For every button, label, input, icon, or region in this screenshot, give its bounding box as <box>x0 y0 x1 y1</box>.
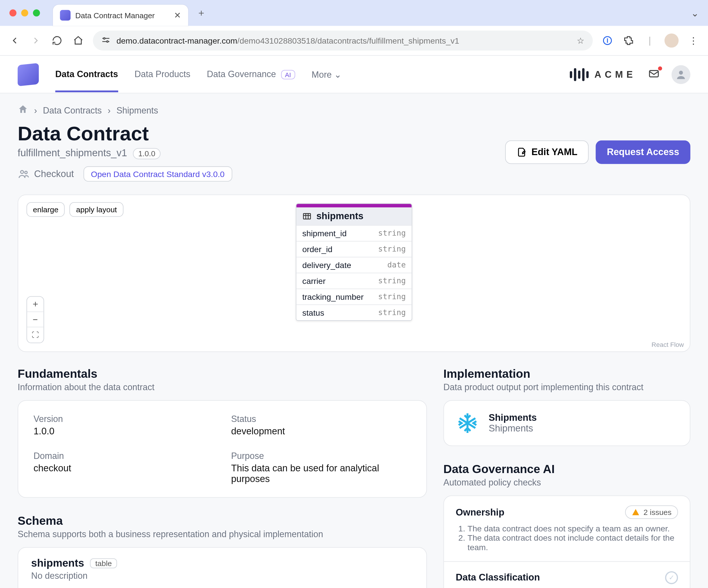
request-access-button[interactable]: Request Access <box>596 140 690 163</box>
enlarge-button[interactable]: enlarge <box>27 202 65 217</box>
nav-data-contracts[interactable]: Data Contracts <box>55 57 118 92</box>
schema-table-name: shipments <box>31 557 84 569</box>
fit-view-button[interactable]: ⛶ <box>27 327 43 342</box>
brand-text: ACME <box>594 69 636 80</box>
window-controls[interactable] <box>9 9 40 17</box>
inbox-button[interactable] <box>647 67 661 82</box>
field-name: carrier <box>302 276 326 286</box>
entity-accent <box>296 204 412 207</box>
contract-identifier: fulfillment_shipments_v1 <box>18 148 127 159</box>
governance-item[interactable]: Data Classification✓The data contract co… <box>444 561 690 588</box>
schema-table-desc: No description <box>18 571 426 588</box>
field-type: date <box>387 260 406 270</box>
button-label: Request Access <box>607 147 679 157</box>
close-tab-icon[interactable]: ✕ <box>174 11 181 20</box>
schema-sub: Schema supports both a business represen… <box>18 529 427 539</box>
entity-field-row: carrierstring <box>296 273 412 288</box>
svg-point-0 <box>104 37 105 39</box>
implementation-card[interactable]: Shipments Shipments <box>443 400 690 446</box>
minimize-window-icon[interactable] <box>21 9 28 17</box>
fundamentals-sub: Information about the data contract <box>18 382 427 392</box>
implementation-title: Implementation <box>443 367 690 381</box>
schema-title: Schema <box>18 514 427 528</box>
diagram-attribution: React Flow <box>652 341 684 348</box>
governance-item[interactable]: Ownership2 issuesThe data contract does … <box>444 496 690 561</box>
zoom-out-button[interactable]: − <box>27 312 43 328</box>
entity-field-row: delivery_datedate <box>296 257 412 273</box>
nav-data-governance[interactable]: Data Governance AI <box>207 57 295 92</box>
schema-table-kind: table <box>90 558 117 568</box>
back-button[interactable] <box>8 34 21 47</box>
status-value: development <box>231 426 411 437</box>
field-type: string <box>378 245 406 254</box>
nav-label: More <box>312 69 332 80</box>
svg-point-5 <box>21 171 23 173</box>
nav-data-products[interactable]: Data Products <box>135 57 190 92</box>
chevron-down-icon: ⌄ <box>334 69 342 80</box>
extension-1password-icon[interactable] <box>601 34 614 47</box>
field-name: shipment_id <box>302 229 347 238</box>
entity-field-row: order_idstring <box>296 241 412 257</box>
version-value: 1.0.0 <box>33 426 213 437</box>
extensions-icon[interactable] <box>622 34 635 47</box>
kebab-menu-icon[interactable]: ⋮ <box>687 34 700 47</box>
maximize-window-icon[interactable] <box>33 9 40 17</box>
svg-point-4 <box>679 70 683 74</box>
entity-field-row: statusstring <box>296 304 412 320</box>
page-title: Data Contract <box>18 122 232 145</box>
home-icon[interactable] <box>18 104 28 116</box>
implementation-sub: Data product output port implementing th… <box>443 382 690 392</box>
profile-avatar[interactable] <box>665 33 679 48</box>
bookmark-icon[interactable]: ☆ <box>577 36 584 45</box>
governance-title: Data Governance AI <box>443 462 690 476</box>
forward-button[interactable] <box>29 34 42 47</box>
notification-dot-icon <box>658 66 662 70</box>
edit-yaml-button[interactable]: Edit YAML <box>505 140 588 163</box>
breadcrumb: › Data Contracts › Shipments <box>18 104 690 116</box>
field-type: string <box>378 276 406 286</box>
breadcrumb-current[interactable]: Shipments <box>116 105 158 115</box>
url-host: demo.datacontract-manager.com <box>116 36 237 45</box>
apply-layout-button[interactable]: apply layout <box>70 202 123 217</box>
url-path: /demo431028803518/datacontracts/fulfillm… <box>237 36 459 45</box>
close-window-icon[interactable] <box>9 9 17 17</box>
chevron-right-icon: › <box>34 105 37 115</box>
issues-badge: 2 issues <box>625 505 678 519</box>
schema-diagram[interactable]: enlarge apply layout ＋ − ⛶ React Flow sh… <box>18 195 690 352</box>
home-button[interactable] <box>72 34 85 47</box>
svg-point-6 <box>25 171 27 174</box>
standard-tag[interactable]: Open Data Contract Standard v3.0.0 <box>83 166 232 182</box>
address-bar[interactable]: demo.datacontract-manager.com/demo431028… <box>93 31 593 51</box>
svg-rect-7 <box>303 213 311 219</box>
implementation-sub2: Shipments <box>489 423 537 434</box>
field-type: string <box>378 229 406 238</box>
field-name: order_id <box>302 245 333 254</box>
schema-card: shipments table No description shipment_… <box>18 547 427 588</box>
entity-card[interactable]: shipments shipment_idstringorder_idstrin… <box>296 203 412 321</box>
field-type: string <box>378 308 406 317</box>
zoom-in-button[interactable]: ＋ <box>27 297 43 312</box>
nav-label: Data Governance <box>207 68 276 79</box>
new-tab-button[interactable]: ＋ <box>193 5 209 21</box>
app-header: Data Contracts Data Products Data Govern… <box>0 56 708 93</box>
app-logo-icon[interactable] <box>18 63 39 86</box>
site-settings-icon[interactable] <box>101 35 111 46</box>
issues-list: The data contract does not specify a tea… <box>456 524 678 552</box>
document-edit-icon <box>516 147 527 157</box>
purpose-label: Purpose <box>231 451 411 461</box>
divider: | <box>643 34 656 47</box>
breadcrumb-link[interactable]: Data Contracts <box>43 105 102 115</box>
team-tag[interactable]: Checkout <box>18 168 74 180</box>
tabs-dropdown-icon[interactable]: ⌄ <box>691 7 699 19</box>
zoom-controls: ＋ − ⛶ <box>27 296 44 343</box>
users-icon <box>18 168 29 180</box>
user-menu[interactable] <box>672 65 690 84</box>
nav-more[interactable]: More ⌄ <box>312 69 342 80</box>
chevron-right-icon: › <box>108 105 110 115</box>
governance-item-title: Data Classification <box>456 572 540 583</box>
svg-point-1 <box>107 40 108 42</box>
reload-button[interactable] <box>51 34 64 47</box>
browser-chrome: Data Contract Manager ✕ ＋ ⌄ demo.datacon… <box>0 0 708 56</box>
browser-tab[interactable]: Data Contract Manager ✕ <box>53 5 188 26</box>
fundamentals-card: Version 1.0.0 Status development Domain … <box>18 400 427 498</box>
